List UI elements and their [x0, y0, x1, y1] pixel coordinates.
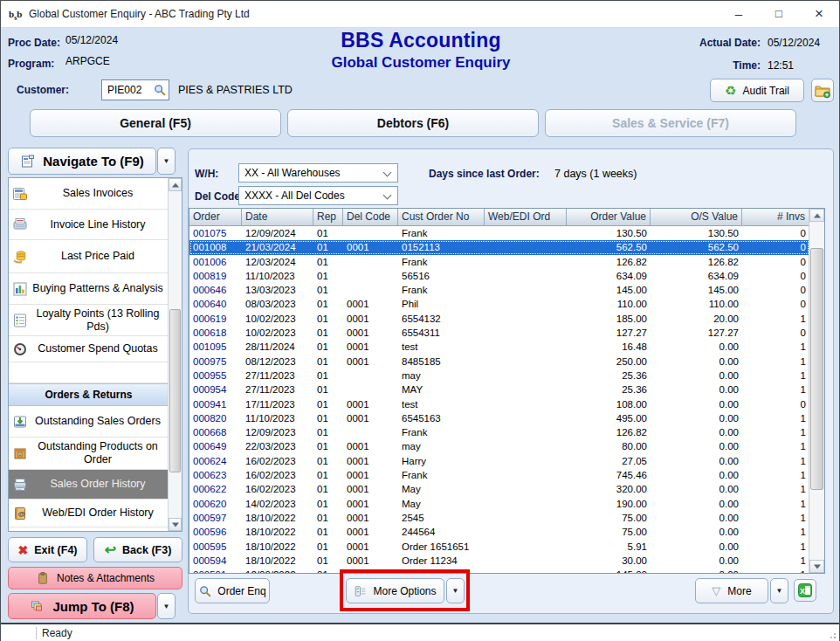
sidebar-item-customer-spend-quotas[interactable]: Customer Spend Quotas [9, 336, 169, 362]
close-button[interactable]: × [799, 1, 839, 26]
resize-grip[interactable] [834, 637, 836, 638]
column-header--invs[interactable]: # Invs [742, 209, 809, 225]
table-row-order-000620[interactable]: 00062014/02/2023010001May190.000.001 [189, 497, 809, 511]
table-row-order-001006[interactable]: 00100612/03/202401Frank126.82126.820 [189, 255, 809, 269]
sidebar-item-outstanding-sales-orders[interactable]: Outstanding Sales Orders [9, 406, 169, 438]
table-row-order-000820[interactable]: 00082011/10/20230100016545163495.000.001 [189, 411, 809, 425]
sidebar-scrollbar[interactable] [168, 178, 182, 531]
navigate-to-button[interactable]: Navigate To (F9) [8, 148, 156, 175]
cell-date: 16/02/2023 [242, 468, 313, 482]
table-row-order-001095[interactable]: 00109528/11/2024010001test16.480.001 [189, 340, 809, 354]
column-header-order-value[interactable]: Order Value [567, 209, 651, 225]
maximize-button[interactable]: □ [759, 1, 799, 26]
customer-lookup-icon[interactable] [153, 83, 167, 97]
table-row-order-000954[interactable]: 00095427/11/202301MAY25.360.001 [189, 383, 809, 396]
exit-button[interactable]: ✖ Exit (F4) [8, 537, 87, 562]
customer-code-input[interactable]: PIE002 [101, 79, 169, 100]
cell-order-value: 634.09 [567, 269, 651, 283]
table-row-order-000594[interactable]: 00059418/10/2022010001Order 1123430.000.… [189, 554, 809, 568]
table-row-order-000622[interactable]: 00062216/02/2023010001May320.000.001 [189, 482, 809, 496]
sidebar-item-label: Customer Spend Quotas [9, 342, 169, 355]
table-row-order-000955[interactable]: 00095527/11/202301may25.360.001 [189, 369, 809, 383]
chevron-down-icon: ▼ [776, 587, 783, 595]
cell-cust-order-no: Frank [398, 568, 485, 573]
sidebar-item-sales-order-history[interactable]: Sales Order History [9, 470, 169, 500]
table-row-order-000619[interactable]: 00061910/02/20230100016554132185.0020.00… [189, 312, 809, 326]
column-header-del-code[interactable]: Del Code [343, 209, 398, 225]
table-scrollbar[interactable] [809, 209, 824, 573]
cell-del-code [343, 425, 398, 439]
table-row-order-000649[interactable]: 00064922/03/2023010001may80.000.001 [189, 439, 809, 453]
jump-to-button[interactable]: Jump To (F8) [8, 593, 156, 619]
table-row-order-000591[interactable]: 00059112/09/202201Frank145.000.001 [189, 568, 809, 573]
column-header-web-edi-ord[interactable]: Web/EDI Ord [485, 209, 567, 225]
scroll-up-arrow[interactable] [809, 209, 824, 222]
scrollbar-thumb[interactable] [169, 309, 181, 472]
scrollbar-thumb[interactable] [810, 248, 823, 490]
export-excel-button[interactable]: X [794, 579, 816, 602]
warehouse-value: XX - All Warehouses [244, 167, 341, 179]
table-row-order-000668[interactable]: 00066812/09/202301Frank126.820.001 [189, 425, 809, 439]
sidebar-item-label: Outstanding Products on Order [9, 440, 169, 466]
tab-general-f5-[interactable]: General (F5) [30, 109, 281, 137]
cell--invs: 0 [742, 283, 809, 297]
table-row-order-000596[interactable]: 00059618/10/202201000124456475.000.001 [189, 525, 809, 539]
table-row-order-000624[interactable]: 00062416/02/2023010001Harry27.050.001 [189, 454, 809, 468]
cell-rep: 01 [313, 369, 343, 383]
table-row-order-001008[interactable]: 00100821/03/20240100010152113562.50562.5… [189, 240, 809, 254]
cell-web-edi-ord [485, 326, 567, 340]
program-value: ARPGCE [65, 55, 110, 67]
column-header-cust-order-no[interactable]: Cust Order No [398, 209, 485, 225]
notes-attachments-button[interactable]: Notes & Attachments [8, 567, 182, 589]
column-header-rep[interactable]: Rep [313, 209, 343, 225]
table-row-order-000646[interactable]: 00064613/03/202301Frank145.00145.000 [189, 283, 809, 297]
scroll-down-arrow[interactable] [169, 518, 182, 531]
cell-order: 000819 [189, 269, 242, 283]
tab-debtors-f6-[interactable]: Debtors (F6) [287, 109, 539, 137]
scroll-down-arrow[interactable] [809, 560, 824, 573]
cell-del-code: 0001 [343, 511, 398, 525]
table-row-order-000640[interactable]: 00064008/03/2023010001Phil110.00110.000 [189, 297, 809, 311]
table-row-order-000597[interactable]: 00059718/10/2022010001254575.000.001 [189, 511, 809, 525]
table-row-order-000623[interactable]: 00062316/02/2023010001Frank745.460.001 [189, 468, 809, 482]
cell-web-edi-ord [485, 540, 567, 554]
column-header-o-s-value[interactable]: O/S Value [651, 209, 742, 225]
warehouse-select[interactable]: XX - All Warehouses [238, 163, 398, 183]
cell-del-code: 0001 [343, 497, 398, 511]
back-button[interactable]: ↩ Back (F3) [93, 537, 182, 562]
sidebar-item-web-edi-order-history[interactable]: @Web/EDI Order History [9, 500, 169, 527]
table-row-order-001075[interactable]: 00107512/09/202401Frank130.50130.500 [189, 226, 809, 240]
add-attachment-button[interactable] [811, 79, 834, 102]
more-button[interactable]: ▽ More [695, 578, 768, 603]
cell-rep: 01 [313, 568, 343, 573]
jump-to-dropdown[interactable]: ▼ [157, 593, 176, 619]
audit-trail-button[interactable]: ♻ Audit Trail [710, 79, 804, 102]
sidebar-item-loyalty-points-13-rolling-pds-[interactable]: Loyalty Points (13 Rolling Pds) [9, 305, 169, 336]
navigate-to-dropdown[interactable]: ▼ [157, 148, 176, 175]
table-row-order-000941[interactable]: 00094117/11/2023010001test108.000.000 [189, 397, 809, 411]
del-code-select[interactable]: XXXX - All Del Codes [238, 186, 398, 205]
table-row-order-000975[interactable]: 00097508/12/20230100018485185250.000.001 [189, 355, 809, 369]
column-header-date[interactable]: Date [242, 209, 313, 225]
status-bar: Ready [1, 623, 839, 641]
cell-rep: 01 [313, 554, 343, 568]
cell-order: 000941 [189, 397, 242, 411]
proc-date-value: 05/12/2024 [65, 34, 118, 46]
more-dropdown[interactable]: ▼ [770, 578, 788, 603]
table-row-order-000618[interactable]: 00061810/02/20230100016554311127.27127.2… [189, 326, 809, 340]
table-row-order-000595[interactable]: 00059518/10/2022010001Order 16516515.910… [189, 540, 809, 554]
proc-date-label: Proc Date: [8, 37, 60, 49]
minimize-button[interactable]: – [719, 1, 759, 26]
scroll-up-arrow[interactable] [169, 178, 182, 191]
sidebar-item-last-price-paid[interactable]: Last Price Paid [9, 240, 169, 273]
sidebar-item-invoice-line-history[interactable]: Invoice Line History [9, 210, 169, 240]
table-row-order-000819[interactable]: 00081911/10/20230156516634.09634.090 [189, 269, 809, 283]
more-options-button[interactable]: More Options [346, 578, 444, 603]
order-enq-button[interactable]: Order Enq [195, 578, 270, 603]
more-options-dropdown[interactable]: ▼ [446, 578, 465, 603]
sidebar-item-outstanding-products-on-order[interactable]: Outstanding Products on Order [9, 438, 169, 470]
sidebar-item-sales-invoices[interactable]: Sales Invoices [9, 178, 169, 210]
cell-order: 000668 [189, 425, 242, 439]
column-header-order[interactable]: Order [189, 209, 242, 225]
sidebar-item-buying-patterns-analysis[interactable]: Buying Patterns & Analysis [9, 273, 169, 305]
